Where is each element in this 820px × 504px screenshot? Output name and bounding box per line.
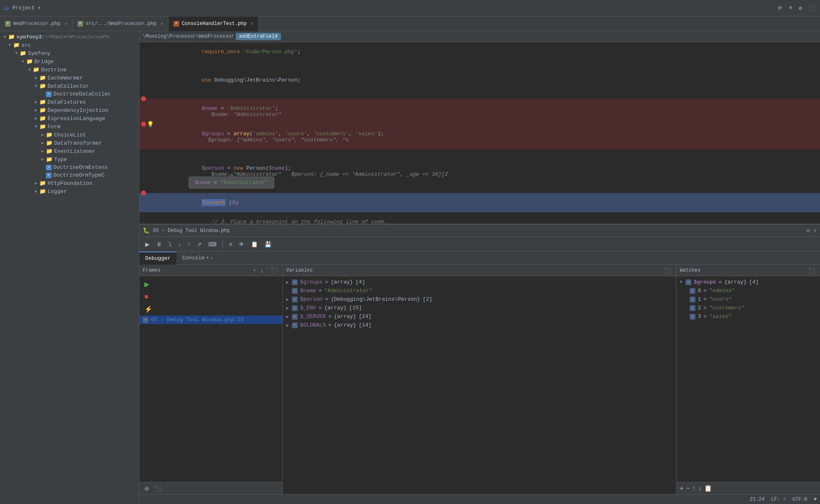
tree-item-eventlistener[interactable]: ▶ 📁 EventListener (0, 147, 139, 155)
var-expand-server[interactable]: ▶ (286, 314, 289, 319)
debug-stepover-btn[interactable]: ⤵ (166, 240, 174, 249)
var-item-env[interactable]: ▶ ≡ $_ENV = {array} [15] (283, 304, 676, 312)
project-label[interactable]: Project (12, 5, 35, 11)
watch-item-groups[interactable]: ▼ ≡ $groups = {array} [4] (676, 278, 820, 286)
watches-panel-footer: + − ↑ ↓ 📋 (676, 482, 820, 494)
debug-maximize-icon[interactable]: ⬆ (813, 227, 817, 234)
tree-label-doctrine: Doctrine (41, 67, 66, 73)
var-expand-env[interactable]: ▶ (286, 306, 289, 311)
tab-webprocessor[interactable]: P WebProcessor.php ✕ (0, 16, 73, 31)
watches-add-btn[interactable]: + (680, 485, 683, 492)
tree-item-doctrinedatacollec[interactable]: P DoctrineDataCollec (0, 90, 139, 98)
var-item-name[interactable]: ▶ ≡ $name = "Administrator" (283, 286, 676, 295)
breadcrumb-method[interactable]: addExtraField (236, 33, 281, 40)
tree-item-symfony[interactable]: ▼ 📁 Symfony (0, 49, 139, 57)
var-item-server[interactable]: ▶ ≡ $_SERVER = {array} [24] (283, 312, 676, 321)
watch-child-0[interactable]: ≡ 0 = "admins" (676, 286, 820, 295)
tree-item-type[interactable]: ▶ 📁 Type (0, 155, 139, 163)
tab-close-1[interactable]: ✕ (64, 21, 67, 26)
var-item-person[interactable]: ▶ ≡ $person = {Debugging\JetBrains\Perso… (283, 295, 676, 304)
console-dropdown-icon[interactable]: ▼ (206, 256, 209, 260)
debug-vars-btn[interactable]: 📋 (248, 240, 260, 249)
watch-child-3[interactable]: ≡ 3 = "sales" (676, 312, 820, 321)
watches-up-btn[interactable]: ↑ (692, 485, 696, 492)
frames-step-btn[interactable]: ⚡ (143, 304, 154, 314)
tree-item-choicelist[interactable]: ▶ 📁 ChoiceList (0, 131, 139, 139)
debug-icon-bug: 🐛 (143, 227, 150, 234)
debug-tab-console-label: Console (182, 255, 205, 261)
tree-item-dependencyinjection[interactable]: ▶ 📁 DependencyInjection (0, 106, 139, 114)
tree-item-expressionlanguage[interactable]: ▶ 📁 ExpressionLanguage (0, 114, 139, 123)
debug-resume-btn[interactable]: ▶ (143, 240, 152, 249)
tree-item-src[interactable]: ▼ 📁 src (0, 41, 139, 49)
toolbar-icon-2[interactable]: ≡ (787, 3, 794, 13)
tree-label-bridge: Bridge (34, 59, 54, 65)
watches-remove-btn[interactable]: − (686, 485, 690, 492)
tab-close-3[interactable]: ✕ (251, 21, 254, 26)
tab-consolehandlertest[interactable]: P ConsoleHandlerTest.php ✕ (169, 16, 259, 31)
debug-settings-icon[interactable]: ⚙ (806, 227, 810, 234)
debug-runcursor-btn[interactable]: ↗ (194, 240, 204, 249)
tree-root[interactable]: ▼ 📁 symfony2 (~/PhpstormProjects/symfo (0, 33, 139, 41)
debug-frames-btn[interactable]: ≡ (226, 240, 235, 249)
var-expand-person[interactable]: ▶ (286, 297, 289, 302)
var-expand-globals[interactable]: ▶ (286, 323, 289, 328)
tree-item-httpfoundation[interactable]: ▶ 📁 HttpFoundation (0, 179, 139, 187)
toolbar-icon-1[interactable]: ⟳ (776, 3, 784, 13)
breadcrumb-path[interactable]: \Monolog\Processor\WebProcessor (143, 34, 234, 39)
toolbar-icon-3[interactable]: ⚙ (797, 3, 804, 13)
folder-icon-datatransformer: 📁 (46, 140, 52, 146)
var-item-globals[interactable]: ▶ ≡ $GLOBALS = {array} [14] (283, 321, 676, 329)
debug-stepout-btn[interactable]: ↑ (185, 240, 193, 249)
frames-stop-btn[interactable]: ■ (143, 292, 150, 301)
tree-item-cachewarmer[interactable]: ▶ 📁 CacheWarmer (0, 74, 139, 82)
debug-tab-console[interactable]: Console ▼ + (176, 252, 219, 265)
frames-nav-up[interactable]: ↑ (251, 266, 257, 275)
tree-item-doctrineormtypec[interactable]: P DoctrineOrmTypeC (0, 171, 139, 179)
tree-item-datatransformer[interactable]: ▶ 📁 DataTransformer (0, 139, 139, 147)
tree-item-doctrineormextens[interactable]: P DoctrineOrmExtens (0, 163, 139, 171)
tree-item-form[interactable]: ▼ 📁 Form (0, 123, 139, 131)
tooltip-eq: = (214, 179, 221, 186)
var-expand-groups[interactable]: ▶ (286, 280, 289, 285)
tab-webprocessor-src[interactable]: P src/.../WebProcessor.php ✕ (73, 16, 169, 31)
debug-stepinto-btn[interactable]: ↓ (175, 240, 183, 249)
watches-expand-btn[interactable]: ⬛ (806, 266, 817, 275)
frames-bottom-btn1[interactable]: ⊖ (143, 484, 151, 493)
debug-memory-btn[interactable]: 💾 (262, 240, 274, 249)
code-content[interactable]: require_once 'Code/Person.php'; use Debu… (139, 42, 820, 224)
watch-expand-groups[interactable]: ▼ (680, 280, 682, 284)
project-dropdown-icon[interactable]: ▼ (38, 6, 41, 11)
frames-nav-down[interactable]: ↓ (259, 266, 265, 275)
frames-expand[interactable]: ⬛ (269, 266, 279, 275)
tree-item-datafixtures[interactable]: ▶ 📁 DataFixtures (0, 98, 139, 106)
watch-child-2[interactable]: ≡ 2 = "customers" (676, 304, 820, 312)
watch-child-index-1: 1 (698, 296, 701, 302)
debug-watches-btn[interactable]: 👁 (236, 240, 247, 249)
frames-bottom-btn2[interactable]: ⬛ (153, 484, 163, 493)
tree-item-doctrine[interactable]: ▼ 📁 Doctrine (0, 66, 139, 74)
tree-item-datacollector[interactable]: ▼ 📁 DataCollector (0, 82, 139, 90)
watches-copy-btn[interactable]: 📋 (704, 484, 712, 492)
frames-item-main[interactable]: P 05 – Debug Tool Window.php:23 (139, 316, 282, 324)
tab-close-2[interactable]: ✕ (161, 21, 164, 26)
debug-evaluate-btn[interactable]: ⌨ (206, 240, 219, 249)
var-item-groups[interactable]: ▶ ≡ $groups = {array} [4] (283, 278, 676, 286)
debug-tab-debugger[interactable]: Debugger (139, 252, 176, 265)
var-name-groups: $groups (300, 279, 323, 285)
debug-pause-btn[interactable]: ⏸ (154, 240, 164, 249)
var-expand-name[interactable]: ▶ (286, 288, 289, 293)
file-icon-doctrineormextens: P (46, 165, 52, 170)
code-line-10: foreach ($g $name = "Administrator" (139, 193, 820, 212)
frames-play-btn[interactable]: ▶ (143, 279, 151, 289)
watches-panel-header: Watches ⬛ (676, 265, 820, 276)
watches-down-btn[interactable]: ↓ (698, 485, 702, 492)
tree-item-logger[interactable]: ▶ 📁 Logger (0, 187, 139, 195)
status-dropdown-icon[interactable]: ▼ (814, 497, 817, 502)
variables-expand-btn[interactable]: ⬛ (663, 266, 673, 275)
watch-child-1[interactable]: ≡ 1 = "users" (676, 295, 820, 304)
tree-item-bridge[interactable]: ▼ 📁 Bridge (0, 57, 139, 66)
line-text-11: // 2. Place a breakpoint on the followin… (160, 212, 820, 224)
console-add-icon[interactable]: + (210, 256, 213, 261)
toolbar-icon-4[interactable]: ⬛ (807, 3, 817, 13)
